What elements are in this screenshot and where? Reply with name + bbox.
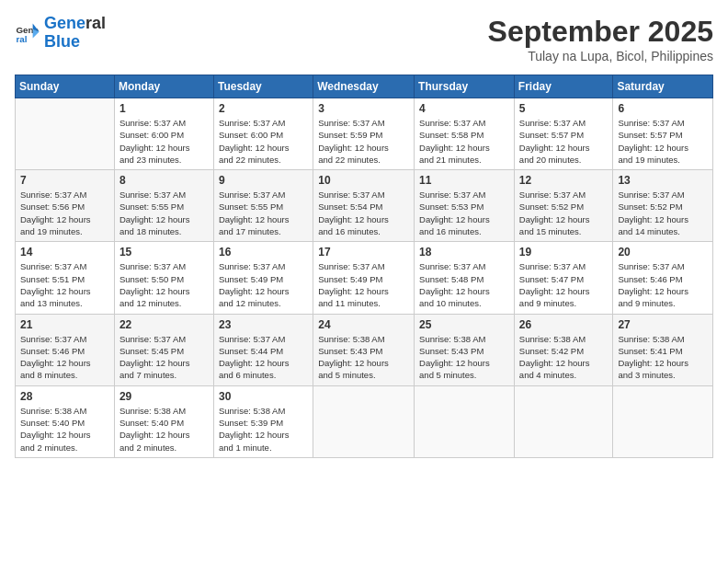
day-info: Sunrise: 5:38 AMSunset: 5:39 PMDaylight:… — [219, 405, 308, 454]
calendar-cell: 26Sunrise: 5:38 AMSunset: 5:42 PMDayligh… — [514, 314, 613, 385]
calendar-cell: 30Sunrise: 5:38 AMSunset: 5:39 PMDayligh… — [213, 385, 313, 457]
day-number: 20 — [618, 246, 708, 259]
day-info: Sunrise: 5:37 AMSunset: 5:57 PMDaylight:… — [618, 117, 708, 166]
day-info: Sunrise: 5:37 AMSunset: 5:56 PMDaylight:… — [20, 189, 109, 237]
day-number: 23 — [219, 318, 308, 331]
calendar-cell: 28Sunrise: 5:38 AMSunset: 5:40 PMDayligh… — [16, 385, 115, 457]
day-header-thursday: Thursday — [415, 75, 515, 98]
calendar-cell: 24Sunrise: 5:38 AMSunset: 5:43 PMDayligh… — [313, 314, 415, 385]
calendar-cell: 25Sunrise: 5:38 AMSunset: 5:43 PMDayligh… — [415, 314, 515, 385]
day-number: 3 — [318, 102, 409, 115]
calendar-cell: 18Sunrise: 5:37 AMSunset: 5:48 PMDayligh… — [415, 242, 515, 314]
day-number: 21 — [20, 318, 109, 331]
calendar-cell: 2Sunrise: 5:37 AMSunset: 6:00 PMDaylight… — [213, 98, 313, 170]
day-number: 11 — [419, 174, 509, 187]
calendar-cell: 5Sunrise: 5:37 AMSunset: 5:57 PMDaylight… — [514, 98, 613, 170]
day-info: Sunrise: 5:37 AMSunset: 5:53 PMDaylight:… — [419, 189, 509, 237]
day-number: 10 — [318, 174, 409, 187]
day-number: 16 — [219, 246, 308, 259]
calendar-cell: 7Sunrise: 5:37 AMSunset: 5:56 PMDaylight… — [16, 170, 115, 242]
calendar-cell — [613, 385, 713, 457]
location: Tulay na Lupa, Bicol, Philippines — [488, 49, 713, 63]
calendar-cell: 1Sunrise: 5:37 AMSunset: 6:00 PMDaylight… — [114, 98, 213, 170]
calendar-cell: 9Sunrise: 5:37 AMSunset: 5:55 PMDaylight… — [213, 170, 313, 242]
day-number: 15 — [119, 246, 209, 259]
day-number: 18 — [419, 246, 509, 259]
day-number: 25 — [419, 318, 509, 331]
day-number: 7 — [20, 174, 109, 187]
calendar-week-row: 28Sunrise: 5:38 AMSunset: 5:40 PMDayligh… — [16, 385, 713, 457]
calendar-cell: 12Sunrise: 5:37 AMSunset: 5:52 PMDayligh… — [514, 170, 613, 242]
day-number: 14 — [20, 246, 109, 259]
day-number: 13 — [618, 174, 708, 187]
calendar-week-row: 1Sunrise: 5:37 AMSunset: 6:00 PMDaylight… — [16, 98, 713, 170]
day-info: Sunrise: 5:38 AMSunset: 5:40 PMDaylight:… — [20, 405, 109, 454]
day-header-wednesday: Wednesday — [313, 75, 415, 98]
day-number: 27 — [618, 318, 708, 331]
calendar-cell: 3Sunrise: 5:37 AMSunset: 5:59 PMDaylight… — [313, 98, 415, 170]
day-header-tuesday: Tuesday — [213, 75, 313, 98]
logo-icon: Gene ral — [15, 20, 40, 46]
calendar-cell: 10Sunrise: 5:37 AMSunset: 5:54 PMDayligh… — [313, 170, 415, 242]
calendar-cell: 22Sunrise: 5:37 AMSunset: 5:45 PMDayligh… — [114, 314, 213, 385]
calendar-cell — [514, 385, 613, 457]
calendar-cell: 23Sunrise: 5:37 AMSunset: 5:44 PMDayligh… — [213, 314, 313, 385]
page-header: Gene ral General Blue September 2025 Tul… — [15, 15, 713, 63]
day-number: 1 — [119, 102, 209, 115]
day-info: Sunrise: 5:38 AMSunset: 5:43 PMDaylight:… — [419, 333, 509, 382]
day-number: 4 — [419, 102, 509, 115]
calendar-cell — [415, 385, 515, 457]
day-info: Sunrise: 5:37 AMSunset: 6:00 PMDaylight:… — [219, 117, 308, 166]
title-block: September 2025 Tulay na Lupa, Bicol, Phi… — [488, 15, 713, 63]
day-info: Sunrise: 5:37 AMSunset: 5:46 PMDaylight:… — [618, 260, 708, 309]
day-number: 24 — [318, 318, 409, 331]
day-info: Sunrise: 5:37 AMSunset: 5:55 PMDaylight:… — [119, 189, 209, 237]
calendar-cell: 27Sunrise: 5:38 AMSunset: 5:41 PMDayligh… — [613, 314, 713, 385]
day-info: Sunrise: 5:37 AMSunset: 5:45 PMDaylight:… — [119, 333, 209, 382]
calendar-cell: 16Sunrise: 5:37 AMSunset: 5:49 PMDayligh… — [213, 242, 313, 314]
calendar-cell: 20Sunrise: 5:37 AMSunset: 5:46 PMDayligh… — [613, 242, 713, 314]
calendar-cell: 17Sunrise: 5:37 AMSunset: 5:49 PMDayligh… — [313, 242, 415, 314]
calendar-cell: 4Sunrise: 5:37 AMSunset: 5:58 PMDaylight… — [415, 98, 515, 170]
day-info: Sunrise: 5:37 AMSunset: 5:47 PMDaylight:… — [519, 260, 609, 309]
calendar-week-row: 7Sunrise: 5:37 AMSunset: 5:56 PMDaylight… — [16, 170, 713, 242]
svg-text:ral: ral — [16, 34, 27, 44]
day-info: Sunrise: 5:37 AMSunset: 5:52 PMDaylight:… — [618, 189, 708, 237]
calendar-week-row: 14Sunrise: 5:37 AMSunset: 5:51 PMDayligh… — [16, 242, 713, 314]
calendar-cell: 29Sunrise: 5:38 AMSunset: 5:40 PMDayligh… — [114, 385, 213, 457]
day-header-sunday: Sunday — [16, 75, 115, 98]
day-info: Sunrise: 5:37 AMSunset: 5:46 PMDaylight:… — [20, 333, 109, 382]
calendar-cell: 15Sunrise: 5:37 AMSunset: 5:50 PMDayligh… — [114, 242, 213, 314]
calendar-cell: 13Sunrise: 5:37 AMSunset: 5:52 PMDayligh… — [613, 170, 713, 242]
day-number: 30 — [219, 390, 308, 403]
day-number: 5 — [519, 102, 609, 115]
day-info: Sunrise: 5:38 AMSunset: 5:40 PMDaylight:… — [119, 405, 209, 454]
day-info: Sunrise: 5:37 AMSunset: 5:54 PMDaylight:… — [318, 189, 409, 237]
day-number: 19 — [519, 246, 609, 259]
day-info: Sunrise: 5:38 AMSunset: 5:42 PMDaylight:… — [519, 333, 609, 382]
calendar-week-row: 21Sunrise: 5:37 AMSunset: 5:46 PMDayligh… — [16, 314, 713, 385]
day-number: 22 — [119, 318, 209, 331]
calendar-cell: 11Sunrise: 5:37 AMSunset: 5:53 PMDayligh… — [415, 170, 515, 242]
calendar-cell: 6Sunrise: 5:37 AMSunset: 5:57 PMDaylight… — [613, 98, 713, 170]
day-number: 29 — [119, 390, 209, 403]
day-number: 28 — [20, 390, 109, 403]
calendar-table: SundayMondayTuesdayWednesdayThursdayFrid… — [15, 75, 713, 458]
day-info: Sunrise: 5:37 AMSunset: 5:44 PMDaylight:… — [219, 333, 308, 382]
logo-text: General — [44, 15, 106, 33]
calendar-cell: 21Sunrise: 5:37 AMSunset: 5:46 PMDayligh… — [16, 314, 115, 385]
day-header-saturday: Saturday — [613, 75, 713, 98]
day-info: Sunrise: 5:37 AMSunset: 6:00 PMDaylight:… — [119, 117, 209, 166]
day-number: 12 — [519, 174, 609, 187]
day-info: Sunrise: 5:37 AMSunset: 5:49 PMDaylight:… — [219, 260, 308, 309]
calendar-cell: 14Sunrise: 5:37 AMSunset: 5:51 PMDayligh… — [16, 242, 115, 314]
month-year: September 2025 — [488, 15, 713, 49]
day-info: Sunrise: 5:37 AMSunset: 5:57 PMDaylight:… — [519, 117, 609, 166]
calendar-cell — [313, 385, 415, 457]
day-info: Sunrise: 5:37 AMSunset: 5:48 PMDaylight:… — [419, 260, 509, 309]
day-info: Sunrise: 5:37 AMSunset: 5:55 PMDaylight:… — [219, 189, 308, 237]
day-info: Sunrise: 5:37 AMSunset: 5:49 PMDaylight:… — [318, 260, 409, 309]
logo-text2: Blue — [44, 33, 106, 52]
day-header-monday: Monday — [114, 75, 213, 98]
day-info: Sunrise: 5:37 AMSunset: 5:50 PMDaylight:… — [119, 260, 209, 309]
